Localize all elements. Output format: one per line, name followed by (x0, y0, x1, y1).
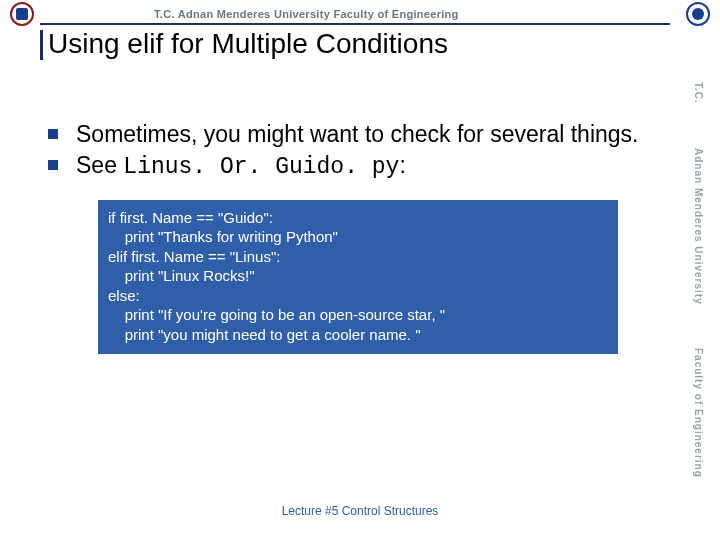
bullet-item: See Linus. Or. Guido. py: (48, 151, 650, 182)
side-watermark: T.C. Adnan Menderes University Faculty o… (682, 60, 714, 500)
inline-code: Linus. Or. Guido. py (123, 154, 399, 180)
slide-body: Sometimes, you might want to check for s… (48, 120, 650, 354)
slide-footer: Lecture #5 Control Structures (0, 504, 720, 518)
bullet-icon (48, 160, 58, 170)
code-line: else: (108, 286, 608, 306)
title-divider (40, 23, 670, 25)
code-block: if first. Name == "Guido": print "Thanks… (98, 200, 618, 355)
code-line: elif first. Name == "Linus": (108, 247, 608, 267)
code-line: print "If you're going to be an open-sou… (108, 305, 608, 325)
side-text-c: Faculty of Engineering (693, 348, 704, 478)
bullet-text: See Linus. Or. Guido. py: (76, 151, 406, 182)
bullet-icon (48, 129, 58, 139)
university-logo-right-icon (686, 2, 710, 26)
university-logo-left-icon (10, 2, 34, 26)
side-text-a: T.C. (693, 82, 704, 104)
header-text: T.C. Adnan Menderes University Faculty o… (154, 8, 459, 20)
code-line: print "Linux Rocks!" (108, 266, 608, 286)
code-line: print "Thanks for writing Python" (108, 227, 608, 247)
bullet-item: Sometimes, you might want to check for s… (48, 120, 650, 149)
slide-title: Using elif for Multiple Conditions (48, 28, 448, 60)
bullet-suffix: : (399, 152, 405, 178)
bullet-prefix: See (76, 152, 123, 178)
code-line: if first. Name == "Guido": (108, 208, 608, 228)
title-accent-bar (40, 30, 43, 60)
side-text-b: Adnan Menderes University (693, 148, 704, 305)
bullet-text: Sometimes, you might want to check for s… (76, 120, 638, 149)
code-line: print "you might need to get a cooler na… (108, 325, 608, 345)
